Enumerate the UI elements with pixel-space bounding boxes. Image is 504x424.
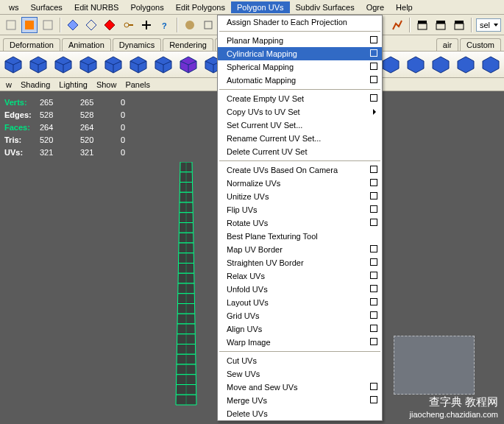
option-box-icon[interactable] <box>370 76 377 83</box>
shelf-tab-animation[interactable]: Animation <box>62 38 111 51</box>
shelf-tab-rendering[interactable]: Rendering <box>163 38 213 51</box>
menu-item-edit-nurbs[interactable]: Edit NURBS <box>68 1 125 13</box>
hud-row: Faces:2642640 <box>4 121 135 133</box>
option-box-icon[interactable] <box>370 205 377 213</box>
panel-menu-lighting[interactable]: Lighting <box>59 80 88 89</box>
tool-key-icon[interactable] <box>120 17 136 33</box>
menu-item-warp-image[interactable]: Warp Image <box>218 336 382 349</box>
menu-item-edit-polygons[interactable]: Edit Polygons <box>170 1 231 13</box>
menu-item-move-and-sew-uvs[interactable]: Move and Sew UVs <box>218 381 382 394</box>
tool-btn-generic[interactable] <box>40 17 56 33</box>
shelf-primitive-icon[interactable] <box>26 53 50 77</box>
menu-item-copy-uvs-to-uv-set[interactable]: Copy UVs to UV Set <box>218 105 382 119</box>
option-box-icon[interactable] <box>370 285 377 292</box>
menu-item-grid-uvs[interactable]: Grid UVs <box>218 309 382 322</box>
panel-menu-shading[interactable]: Shading <box>21 80 50 89</box>
option-box-icon[interactable] <box>370 311 377 319</box>
tool-plus-icon[interactable] <box>138 17 155 33</box>
menu-item-rename-current-uv-set-[interactable]: Rename Current UV Set... <box>218 132 382 145</box>
menu-item-unitize-uvs[interactable]: Unitize UVs <box>218 190 382 203</box>
menu-item-create-empty-uv-set[interactable]: Create Empty UV Set <box>218 92 382 105</box>
menu-item-surfaces[interactable]: Surfaces <box>24 1 68 13</box>
menu-item-subdiv-surfaces[interactable]: Subdiv Surfaces <box>290 1 361 13</box>
panel-menu-panels[interactable]: Panels <box>125 80 150 89</box>
tool-btn-generic[interactable] <box>3 17 19 33</box>
panel-menu-w[interactable]: w <box>6 80 12 89</box>
shelf-primitive-icon[interactable] <box>152 53 175 77</box>
menu-item-merge-uvs[interactable]: Merge UVs <box>218 394 382 407</box>
shelf-primitive-icon[interactable] <box>1 53 25 77</box>
menu-item-delete-uvs[interactable]: Delete UVs <box>218 407 382 420</box>
tool-diamond-icon[interactable] <box>102 17 118 33</box>
menu-item-cylindrical-mapping[interactable]: Cylindrical Mapping <box>218 47 382 60</box>
menu-item-layout-uvs[interactable]: Layout UVs <box>218 296 382 309</box>
option-box-icon[interactable] <box>370 396 377 403</box>
menu-item-map-uv-border[interactable]: Map UV Border <box>218 243 382 256</box>
menu-item-automatic-mapping[interactable]: Automatic Mapping <box>218 74 382 87</box>
option-box-icon[interactable] <box>370 36 377 43</box>
option-box-icon[interactable] <box>370 258 377 266</box>
menu-item-cut-uvs[interactable]: Cut UVs <box>218 354 382 367</box>
menu-item-relax-uvs[interactable]: Relax UVs <box>218 269 382 283</box>
shelf-primitive-icon[interactable] <box>404 53 427 77</box>
option-box-icon[interactable] <box>370 166 377 173</box>
menu-item-set-current-uv-set-[interactable]: Set Current UV Set... <box>218 119 382 132</box>
menu-item-planar-mapping[interactable]: Planar Mapping <box>218 34 382 47</box>
option-box-icon[interactable] <box>370 192 377 199</box>
menu-item-polygons[interactable]: Polygons <box>124 1 169 13</box>
shelf-primitive-icon[interactable] <box>429 53 452 77</box>
selection-mode-dropdown[interactable]: sel <box>476 18 501 32</box>
tool-diamond-icon[interactable] <box>83 17 99 33</box>
menu-item-straighten-uv-border[interactable]: Straighten UV Border <box>218 256 382 269</box>
option-box-icon[interactable] <box>370 49 377 57</box>
tool-help-icon[interactable]: ? <box>157 17 173 33</box>
shelf-tab-air[interactable]: air <box>436 38 458 51</box>
tool-btn-generic[interactable] <box>200 17 216 33</box>
menu-item-normalize-uvs[interactable]: Normalize UVs <box>218 177 382 190</box>
shelf-tab-custom[interactable]: Custom <box>460 38 501 51</box>
menu-item-create-uvs-based-on-camera[interactable]: Create UVs Based On Camera <box>218 163 382 177</box>
menu-item-help[interactable]: Help <box>390 1 419 13</box>
menu-item-unfold-uvs[interactable]: Unfold UVs <box>218 283 382 296</box>
tool-clapper-icon[interactable] <box>433 17 449 33</box>
panel-menu-show[interactable]: Show <box>96 80 117 89</box>
tool-btn-generic[interactable] <box>182 17 198 33</box>
shelf-primitive-icon[interactable] <box>127 53 150 77</box>
menu-item-polygon-uvs[interactable]: Polygon UVs <box>231 1 290 13</box>
menu-item-label: Map UV Border <box>227 245 283 254</box>
shelf-tab-deformation[interactable]: Deformation <box>3 38 60 51</box>
shelf-primitive-icon[interactable] <box>77 53 100 77</box>
option-box-icon[interactable] <box>370 245 377 252</box>
tool-btn-selected[interactable] <box>21 17 38 33</box>
shelf-primitive-icon[interactable] <box>479 53 503 77</box>
tool-paint-icon[interactable] <box>389 17 405 33</box>
option-box-icon[interactable] <box>370 179 377 186</box>
menu-item-label: Create UVs Based On Camera <box>227 166 338 174</box>
menu-item-assign-shader-to-each-projection[interactable]: Assign Shader to Each Projection <box>218 15 382 29</box>
option-box-icon[interactable] <box>370 272 377 279</box>
tool-clapper-icon[interactable] <box>451 17 467 33</box>
option-box-icon[interactable] <box>370 94 377 102</box>
menu-item-align-uvs[interactable]: Align UVs <box>218 322 382 336</box>
menu-item-sew-uvs[interactable]: Sew UVs <box>218 367 382 381</box>
shelf-primitive-icon[interactable] <box>52 53 75 77</box>
menu-item-delete-current-uv-set[interactable]: Delete Current UV Set <box>218 145 382 158</box>
option-box-icon[interactable] <box>370 63 377 70</box>
shelf-primitive-icon[interactable] <box>177 53 200 77</box>
tool-diamond-icon[interactable] <box>65 17 81 33</box>
shelf-primitive-icon[interactable] <box>102 53 125 77</box>
menu-item-ws[interactable]: ws <box>3 1 24 13</box>
menu-item-best-plane-texturing-tool[interactable]: Best Plane Texturing Tool <box>218 230 382 243</box>
option-box-icon[interactable] <box>370 219 377 226</box>
menu-item-ogre[interactable]: Ogre <box>361 1 390 13</box>
option-box-icon[interactable] <box>370 325 377 332</box>
menu-item-spherical-mapping[interactable]: Spherical Mapping <box>218 60 382 74</box>
menu-item-rotate-uvs[interactable]: Rotate UVs <box>218 216 382 230</box>
shelf-primitive-icon[interactable] <box>454 53 478 77</box>
option-box-icon[interactable] <box>370 298 377 305</box>
option-box-icon[interactable] <box>370 383 377 390</box>
shelf-tab-dynamics[interactable]: Dynamics <box>113 38 161 51</box>
tool-clapper-icon[interactable] <box>414 17 430 33</box>
option-box-icon[interactable] <box>370 338 377 345</box>
menu-item-flip-uvs[interactable]: Flip UVs <box>218 203 382 216</box>
